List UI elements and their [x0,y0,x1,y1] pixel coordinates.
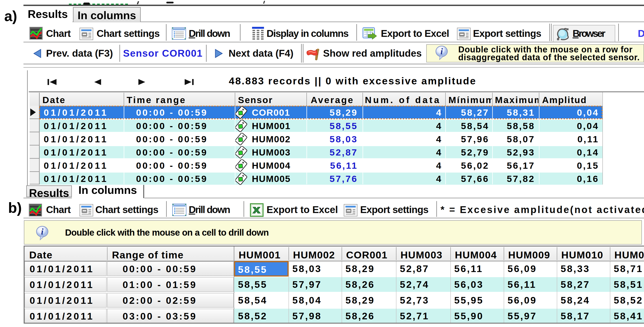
svg-text:i: i [41,227,44,237]
svg-text:i: i [440,46,443,56]
